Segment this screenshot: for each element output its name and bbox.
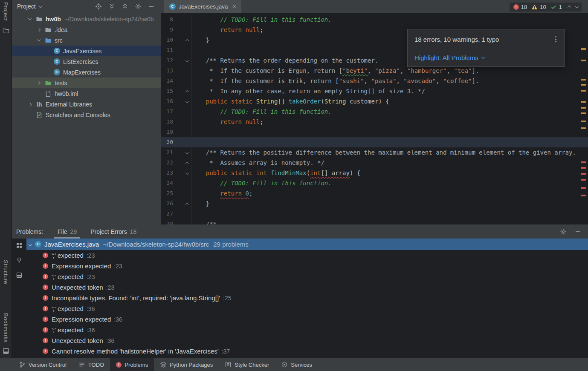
line-number[interactable]: 10 bbox=[161, 35, 173, 45]
collapse-all-button[interactable] bbox=[122, 3, 128, 10]
tree-item-hw0b-iml[interactable]: hw0b.iml bbox=[12, 88, 161, 99]
stripe-mark-warn[interactable] bbox=[581, 112, 586, 114]
problem-item[interactable]: !Incompatible types. Found: 'int', requi… bbox=[26, 293, 588, 303]
code-line-25[interactable]: 25 return 0; bbox=[161, 188, 588, 198]
line-number[interactable]: 8 bbox=[161, 14, 173, 25]
code-line-23[interactable]: 23 public static int findMinMax(int[] ar… bbox=[161, 168, 588, 178]
line-number[interactable]: 11 bbox=[161, 45, 173, 55]
line-number[interactable]: 21 bbox=[161, 147, 173, 158]
hide-button[interactable] bbox=[574, 228, 581, 235]
stripe-mark-warn[interactable] bbox=[581, 60, 586, 61]
code-line-22[interactable]: 22 * Assumes array is nonempty. */ bbox=[161, 158, 588, 168]
close-icon[interactable]: × bbox=[233, 3, 236, 10]
stripe-mark-warn[interactable] bbox=[581, 90, 586, 92]
stripe-button-structure[interactable]: Structure bbox=[3, 260, 9, 284]
fold-up-icon[interactable] bbox=[185, 203, 189, 206]
fold-up-icon[interactable] bbox=[185, 162, 189, 165]
chevron-right-icon[interactable] bbox=[37, 81, 41, 84]
tree-item-tests[interactable]: tests bbox=[12, 78, 161, 88]
problem-item[interactable]: !Expression expected:36 bbox=[26, 314, 588, 325]
line-number[interactable]: 17 bbox=[161, 106, 173, 117]
errors-count[interactable]: ! 18 bbox=[513, 4, 527, 10]
tab-file[interactable]: File 29 bbox=[54, 224, 80, 239]
locate-button[interactable] bbox=[95, 3, 102, 10]
chevron-right-icon[interactable] bbox=[28, 102, 32, 106]
line-number[interactable]: 14 bbox=[161, 76, 173, 86]
stripe-mark-warn[interactable] bbox=[581, 127, 586, 129]
tree-item-scratches-and-consoles[interactable]: Scratches and Consoles bbox=[12, 109, 161, 120]
line-number[interactable]: 9 bbox=[161, 25, 173, 35]
fold-up-icon[interactable] bbox=[185, 39, 189, 43]
chevron-down-icon[interactable] bbox=[28, 17, 32, 20]
stripe-mark-warn[interactable] bbox=[581, 48, 586, 50]
code-line-8[interactable]: 8 // TODO: Fill in this function. bbox=[161, 14, 588, 25]
line-number[interactable]: 19 bbox=[161, 127, 173, 137]
chevron-down-icon[interactable] bbox=[38, 4, 42, 7]
tree-item-mapexercises[interactable]: CMapExercises bbox=[12, 67, 161, 78]
problem-item[interactable]: !';' expected:36 bbox=[26, 303, 588, 314]
statusbar-version-control[interactable]: Version Control bbox=[13, 358, 72, 371]
chevron-right-icon[interactable] bbox=[37, 28, 41, 31]
typos-count[interactable]: 1 bbox=[550, 4, 562, 10]
line-number[interactable]: 25 bbox=[161, 188, 173, 198]
tree-item-javaexercises[interactable]: CJavaExercises bbox=[12, 46, 161, 56]
popup-kebab-icon[interactable] bbox=[554, 35, 558, 43]
tree-item-external-libraries[interactable]: External Libraries bbox=[12, 99, 161, 109]
statusbar-style-checker[interactable]: Style Checker bbox=[219, 358, 275, 371]
code-line-19[interactable]: 19 bbox=[161, 127, 588, 137]
fold-down-icon[interactable] bbox=[185, 100, 189, 103]
code-line-16[interactable]: 16 public static String[] takeOrder(Stri… bbox=[161, 96, 588, 106]
fold-up-icon[interactable] bbox=[185, 90, 189, 94]
settings-button[interactable] bbox=[560, 228, 567, 235]
stripe-button-bookmarks[interactable]: Bookmarks bbox=[3, 313, 9, 343]
stripe-mark-warn[interactable] bbox=[581, 84, 586, 86]
code-line-28[interactable]: 28 /** bbox=[161, 219, 588, 224]
expand-all-button[interactable] bbox=[108, 3, 115, 10]
layout-button[interactable] bbox=[15, 271, 23, 279]
line-number[interactable]: 27 bbox=[161, 209, 173, 219]
code-line-21[interactable]: 21 /** Returns the positive difference b… bbox=[161, 147, 588, 158]
code-line-26[interactable]: 26 } bbox=[161, 198, 588, 209]
line-number[interactable]: 15 bbox=[161, 86, 173, 96]
code-line-17[interactable]: 17 // TODO: Fill in this function. bbox=[161, 106, 588, 117]
statusbar-services[interactable]: Services bbox=[275, 358, 318, 371]
chevron-up-icon[interactable] bbox=[568, 5, 571, 9]
statusbar-todo[interactable]: TODO bbox=[72, 358, 110, 371]
tree-item-src[interactable]: src bbox=[12, 35, 161, 46]
tree-item-listexercises[interactable]: CListExercises bbox=[12, 56, 161, 67]
stripe-mark-err[interactable] bbox=[581, 161, 586, 163]
stripe-mark-warn[interactable] bbox=[581, 79, 586, 81]
tab-project-errors[interactable]: Project Errors 18 bbox=[87, 224, 140, 239]
stripe-mark-err[interactable] bbox=[581, 173, 586, 175]
code-line-24[interactable]: 24 // TODO: Fill in this function. bbox=[161, 178, 588, 188]
fold-down-icon[interactable] bbox=[185, 59, 189, 62]
stripe-mark-err[interactable] bbox=[581, 187, 586, 189]
chevron-down-icon[interactable] bbox=[29, 242, 32, 246]
project-panel-title[interactable]: Project bbox=[17, 3, 36, 10]
line-number[interactable]: 13 bbox=[161, 66, 173, 76]
preview-button[interactable] bbox=[15, 256, 23, 264]
stripe-button-project[interactable]: Project bbox=[3, 2, 9, 21]
stripe-mark-err[interactable] bbox=[581, 195, 586, 196]
hide-button[interactable] bbox=[148, 3, 155, 10]
stripe-mark-err[interactable] bbox=[581, 167, 586, 169]
line-number[interactable]: 18 bbox=[161, 117, 173, 127]
fold-down-icon[interactable] bbox=[185, 171, 189, 175]
statusbar-python-packages[interactable]: Python Packages bbox=[154, 358, 219, 371]
chevron-down-icon[interactable] bbox=[37, 38, 41, 41]
chevron-down-icon[interactable] bbox=[575, 5, 579, 8]
tree-item-hw0b[interactable]: hw0b~/Downloads/skeleton-sp24/hw0b bbox=[12, 14, 161, 24]
line-number[interactable]: 12 bbox=[161, 55, 173, 66]
problem-item[interactable]: !';' expected:23 bbox=[26, 271, 588, 282]
statusbar-problems[interactable]: !Problems bbox=[110, 358, 154, 371]
line-number[interactable]: 23 bbox=[161, 168, 173, 178]
line-number[interactable]: 28 bbox=[161, 219, 173, 224]
problem-item[interactable]: !Unexpected token:23 bbox=[26, 282, 588, 293]
problem-item[interactable]: !';' expected:36 bbox=[26, 325, 588, 335]
bottom-tool-icon[interactable] bbox=[3, 348, 9, 354]
line-number[interactable]: 22 bbox=[161, 158, 173, 168]
stripe-mark-err[interactable] bbox=[581, 179, 586, 181]
problem-item[interactable]: !Cannot resolve method 'hailstoneHelper'… bbox=[26, 346, 588, 357]
tab-javaexercises[interactable]: C JavaExercises.java × bbox=[164, 0, 241, 13]
tree-item-idea[interactable]: .idea bbox=[12, 24, 161, 35]
